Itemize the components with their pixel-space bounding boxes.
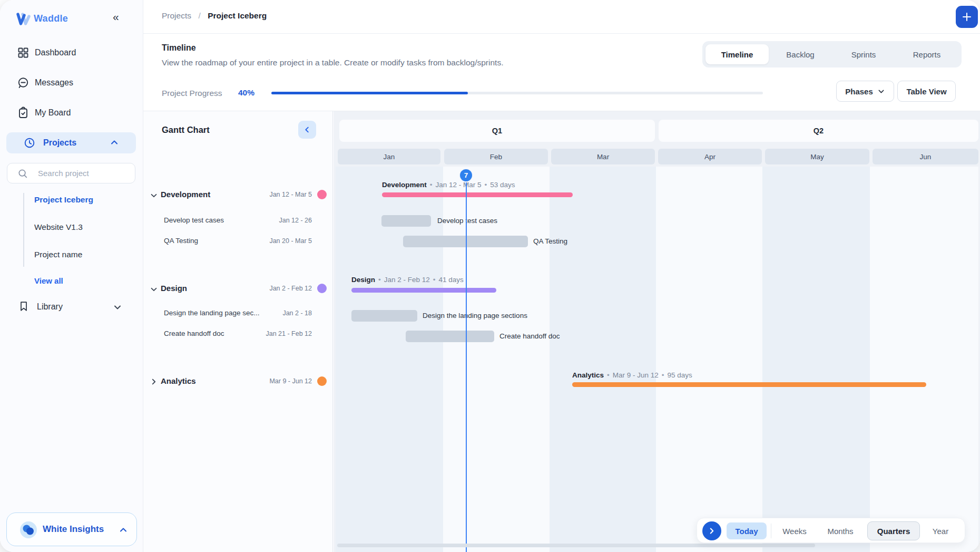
group-dates: Jan 12 - Mar 5 (269, 191, 312, 198)
breadcrumb-separator: / (198, 11, 200, 20)
task-dates: Jan 21 - Feb 12 (266, 330, 312, 337)
top-header: Projects / Project Iceberg (143, 0, 980, 34)
months-option[interactable]: Months (819, 522, 861, 539)
sidebar-item-messages[interactable]: Messages (0, 74, 143, 91)
today-line (466, 170, 467, 552)
month-header-mar: Mar (551, 149, 655, 164)
task-dates: Jan 20 - Mar 5 (269, 237, 312, 245)
month-header-jan: Jan (338, 149, 440, 164)
breadcrumb-projects[interactable]: Projects (162, 11, 191, 20)
task-bar-label: Design the landing page sections (423, 310, 527, 322)
horizontal-scrollbar[interactable] (337, 544, 815, 547)
search-project-box (7, 163, 135, 183)
phase-bar-design[interactable] (351, 288, 496, 293)
bookmark-icon (18, 301, 31, 313)
page-title: Timeline (162, 43, 196, 53)
sidebar-item-dashboard[interactable]: Dashboard (0, 44, 143, 61)
panel-collapse-button[interactable] (298, 121, 316, 139)
task-name: QA Testing (164, 237, 198, 245)
gantt-group-design[interactable]: Design Jan 2 - Feb 12 (143, 282, 333, 297)
month-stripe (762, 167, 870, 552)
gantt-group-development[interactable]: Development Jan 12 - Mar 5 (143, 188, 333, 203)
sidebar-item-projects[interactable]: Projects (6, 132, 136, 153)
tab-backlog[interactable]: Backlog (769, 44, 832, 64)
sidebar-project-name[interactable]: Project name (34, 250, 82, 259)
tab-sprints[interactable]: Sprints (832, 44, 895, 64)
view-all-link[interactable]: View all (34, 276, 63, 285)
gantt-task-row[interactable]: QA Testing Jan 20 - Mar 5 (143, 236, 333, 247)
clipboard-icon (17, 106, 30, 119)
task-name: Develop test cases (164, 216, 224, 224)
task-bar-create-handoff[interactable] (406, 331, 494, 342)
page-subtitle: View the roadmap of your entire project … (162, 58, 503, 67)
today-badge: 7 (459, 168, 473, 182)
chevron-down-icon[interactable] (150, 285, 158, 294)
search-project-input[interactable] (38, 163, 130, 183)
phases-button[interactable]: Phases (836, 81, 894, 102)
sidebar-collapse-icon[interactable]: « (113, 11, 119, 23)
task-bar-design-landing[interactable] (351, 310, 417, 322)
sidebar-item-my-board[interactable]: My Board (0, 104, 143, 121)
sidebar: Waddle « Dashboard Messages (0, 0, 143, 552)
timeline-zoom-toolbar: Today Weeks Months Quarters Year (697, 518, 965, 543)
sidebar-item-label: Projects (43, 138, 76, 148)
gantt-task-row[interactable]: Create handoff doc Jan 21 - Feb 12 (143, 328, 333, 340)
app-title: Waddle (34, 13, 68, 24)
gantt-chart-area: Q1 Q2 Jan Feb Mar Apr May Jun 7 Developm… (334, 111, 980, 552)
phase-bar-development[interactable] (382, 192, 573, 197)
clock-icon (23, 137, 36, 149)
group-name: Development (161, 190, 210, 199)
jump-forward-button[interactable] (702, 521, 721, 540)
sidebar-item-label: Dashboard (35, 48, 76, 57)
month-header-jun: Jun (873, 149, 978, 164)
phase-dates: Jan 2 - Feb 12 (384, 276, 430, 284)
project-list-guide (23, 193, 24, 267)
phase-label-development: Development•Jan 12 - Mar 5•53 days (382, 181, 515, 189)
chevron-up-icon (119, 525, 128, 537)
phase-bar-analytics[interactable] (572, 382, 926, 387)
toolbar-divider (771, 524, 771, 538)
table-view-label: Table View (906, 87, 946, 96)
month-header-may: May (765, 149, 869, 164)
progress-bar (271, 92, 763, 94)
table-view-button[interactable]: Table View (897, 81, 956, 102)
gantt-group-analytics[interactable]: Analytics Mar 9 - Jun 12 (143, 375, 333, 390)
white-insights-button[interactable]: White Insights (6, 512, 137, 546)
progress-label: Project Progress (162, 89, 222, 98)
tab-reports[interactable]: Reports (895, 44, 958, 64)
gantt-panel-title: Gantt Chart (162, 125, 210, 135)
search-icon (17, 168, 28, 181)
progress-fill (271, 92, 468, 94)
sidebar-project-website[interactable]: Website V1.3 (34, 222, 83, 232)
task-name: Create handoff doc (164, 330, 224, 337)
task-bar-label: Develop test cases (437, 215, 497, 227)
phase-duration: 41 days (439, 276, 464, 284)
waddle-logo-icon (16, 12, 32, 28)
insights-icon (19, 521, 37, 541)
chevron-right-icon[interactable] (150, 377, 158, 386)
gantt-task-row[interactable]: Develop test cases Jan 12 - 26 (143, 215, 333, 227)
progress-value: 40% (238, 88, 254, 98)
task-name: Design the landing page sec... (164, 309, 260, 317)
phase-dates: Mar 9 - Jun 12 (613, 371, 659, 379)
task-bar-label: QA Testing (533, 236, 567, 247)
sidebar-item-library[interactable]: Library (0, 298, 143, 315)
task-bar-develop-test-cases[interactable] (381, 215, 431, 227)
sidebar-project-iceberg[interactable]: Project Iceberg (34, 195, 93, 205)
phase-name: Development (382, 181, 427, 189)
chevron-down-icon[interactable] (150, 191, 158, 200)
sidebar-item-label: Library (37, 302, 63, 312)
view-tabs: Timeline Backlog Sprints Reports (702, 41, 962, 67)
quarters-option[interactable]: Quarters (867, 521, 920, 540)
today-button[interactable]: Today (727, 522, 767, 539)
phase-dates: Jan 12 - Mar 5 (436, 181, 482, 189)
add-button[interactable] (956, 6, 978, 28)
phase-label-analytics: Analytics•Mar 9 - Jun 12•95 days (572, 371, 692, 379)
gantt-task-row[interactable]: Design the landing page sec... Jan 2 - 1… (143, 308, 333, 319)
month-stripe (870, 167, 978, 552)
task-dates: Jan 2 - 18 (282, 309, 312, 317)
year-option[interactable]: Year (925, 522, 956, 539)
quarter-header-q1: Q1 (339, 120, 655, 142)
weeks-option[interactable]: Weeks (776, 522, 813, 539)
tab-timeline[interactable]: Timeline (705, 44, 769, 64)
